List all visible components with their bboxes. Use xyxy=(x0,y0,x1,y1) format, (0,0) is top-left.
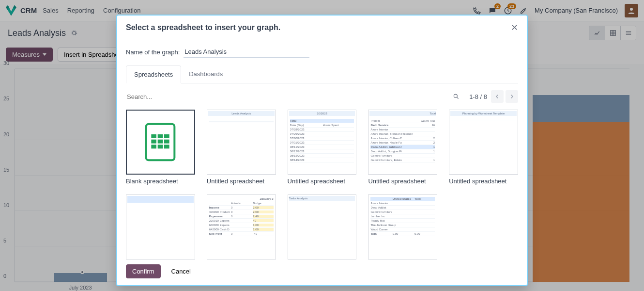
confirm-button[interactable]: Confirm xyxy=(126,264,161,278)
pager-next[interactable] xyxy=(506,90,518,103)
spreadsheet-card[interactable]: 10/2023 Total Date (Day)Hours Spent 07/2… xyxy=(288,110,357,185)
svg-rect-6 xyxy=(158,134,163,138)
graph-name-label: Name of the graph: xyxy=(126,48,180,56)
spreadsheet-card[interactable]: Total ProjectCount Allo Field Service16 … xyxy=(368,110,437,185)
svg-rect-7 xyxy=(164,134,169,138)
card-label: Untitled spreadsheet xyxy=(288,178,357,185)
modal-overlay: Select a spreadsheet to insert your grap… xyxy=(0,0,644,291)
svg-rect-11 xyxy=(152,145,157,148)
card-label: Untitled spreadsheet xyxy=(368,178,437,185)
card-label: Untitled spreadsheet xyxy=(449,178,518,185)
svg-rect-10 xyxy=(164,140,169,144)
pager-prev[interactable] xyxy=(491,90,504,103)
graph-name-input[interactable] xyxy=(184,46,309,58)
tab-dashboards[interactable]: Dashboards xyxy=(181,65,230,83)
spreadsheet-card[interactable]: Pipeline dashboard xyxy=(126,194,195,259)
modal-tabs: Spreadsheets Dashboards xyxy=(126,65,518,83)
spreadsheet-card[interactable]: United StatesTotal Azure Interior Deco A… xyxy=(368,194,437,259)
close-icon[interactable]: ✕ xyxy=(511,22,518,33)
svg-point-3 xyxy=(454,94,457,97)
search-icon[interactable] xyxy=(453,93,460,100)
svg-rect-13 xyxy=(164,145,169,148)
cancel-button[interactable]: Cancel xyxy=(166,264,197,278)
svg-rect-8 xyxy=(152,140,157,144)
svg-rect-9 xyxy=(158,140,163,144)
spreadsheet-icon xyxy=(145,123,176,162)
spreadsheet-card-blank[interactable]: Blank spreadsheet xyxy=(126,110,195,185)
card-label: Untitled spreadsheet xyxy=(207,178,276,185)
spreadsheet-card[interactable]: Tasks Analysis Untitled spreadsheet xyxy=(288,194,357,259)
tab-spreadsheets[interactable]: Spreadsheets xyxy=(126,65,181,83)
spreadsheet-card[interactable]: Leads Analysis Untitled spreadsheet xyxy=(207,110,276,185)
search-input[interactable] xyxy=(126,91,453,102)
svg-rect-5 xyxy=(152,134,157,138)
spreadsheet-card[interactable]: Planning by Worksheet Template Untitled … xyxy=(449,110,518,185)
svg-rect-12 xyxy=(158,145,163,148)
spreadsheet-card[interactable]: January 2 ActualsBudge Income02,00 40000… xyxy=(207,194,276,259)
pager-info: 1-8 / 8 xyxy=(469,93,487,100)
spreadsheet-grid: Blank spreadsheet Leads Analysis Untitle… xyxy=(126,108,518,259)
card-label: Blank spreadsheet xyxy=(126,178,195,185)
modal-title: Select a spreadsheet to insert your grap… xyxy=(126,23,511,32)
insert-graph-modal: Select a spreadsheet to insert your grap… xyxy=(116,15,528,286)
